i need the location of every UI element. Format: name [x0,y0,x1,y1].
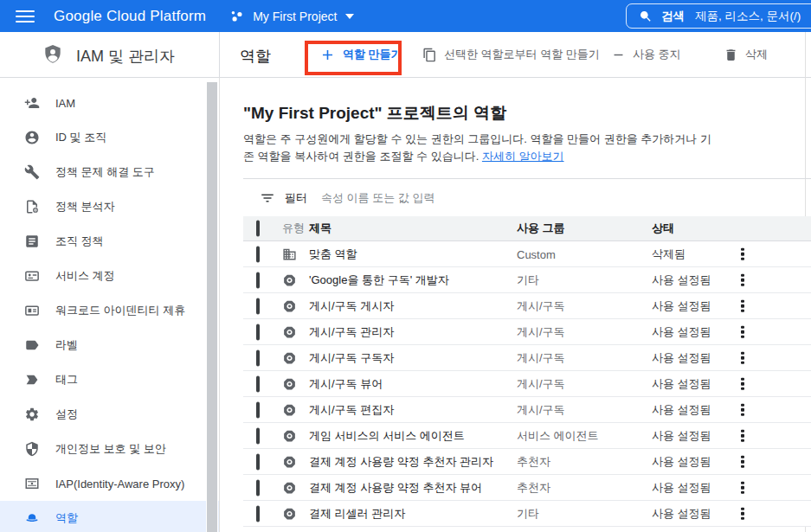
sidebar-item-service-accounts[interactable]: 서비스 계정 [0,259,219,293]
learn-more-link[interactable]: 자세히 알아보기 [482,150,564,163]
sidebar-item-iam[interactable]: IAM [0,86,219,120]
sidebar-item-tags[interactable]: 태그 [0,362,219,397]
col-header-status: 상태 [652,221,674,236]
tag-icon [24,372,40,388]
page-title: 역할 [240,46,271,67]
sidebar-item-org-policies[interactable]: 조직 정책 [0,224,219,259]
sidebar-item-label: 개인정보 보호 및 보안 [55,441,166,457]
row-menu-icon[interactable] [738,245,747,263]
sidebar-item-label: 조직 정책 [55,234,104,249]
wrench-icon [24,164,40,180]
role-status: 삭제됨 [652,247,685,262]
row-menu-icon[interactable] [738,375,747,393]
search-input[interactable]: 검색 제품, 리소스, 문서(/) [626,3,811,29]
copy-icon [422,48,437,62]
role-status: 사용 설정됨 [652,272,711,288]
table-row[interactable]: 게시/구독 편집자게시/구독사용 설정됨 [243,397,811,423]
row-menu-icon[interactable] [738,349,747,367]
sidebar-item-settings[interactable]: 설정 [0,397,219,432]
role-group: 추천자 [517,454,550,470]
row-checkbox[interactable] [256,324,260,340]
filter-icon [260,190,275,206]
row-menu-icon[interactable] [738,452,747,471]
row-checkbox[interactable] [256,272,260,288]
role-title: 게시/구독 게시자 [309,298,394,314]
disable-role-button[interactable]: 사용 중지 [611,32,681,77]
role-title: 'Google을 통한 구독' 개발자 [309,272,449,288]
role-group: 서비스 에이전트 [517,428,599,444]
row-checkbox[interactable] [256,505,260,522]
brand-logo[interactable]: Google Cloud Platform [54,8,206,25]
table-row[interactable]: 게시/구독 관리자게시/구독사용 설정됨 [243,319,811,345]
sidebar-item-policy-troubleshooter[interactable]: 정책 문제 해결 도구 [0,155,219,189]
table-row[interactable]: 결제 계정 사용량 약정 추천자 관리자추천자사용 설정됨 [243,449,811,475]
row-checkbox[interactable] [256,479,260,496]
table-row[interactable]: 게시/구독 게시자게시/구독사용 설정됨 [243,293,811,319]
col-header-title: 제목 [309,221,331,236]
row-menu-icon[interactable] [738,297,747,315]
row-checkbox[interactable] [256,401,260,418]
row-checkbox[interactable] [256,427,260,444]
row-menu-icon[interactable] [738,323,747,341]
row-menu-icon[interactable] [738,504,747,522]
sidebar-item-label: 라벨 [55,337,78,353]
role-title: 게임 서비스의 서비스 에이전트 [309,428,465,444]
sidebar-item-workload-identity[interactable]: 워크로드 아이덴티티 제휴 [0,293,219,328]
select-all-checkbox[interactable] [256,221,260,237]
table-row[interactable]: 결제 계정 사용량 약정 추천자 뷰어추천자사용 설정됨 [243,475,811,501]
sidebar-item-iap[interactable]: IAP(Identity-Aware Proxy) [0,466,219,501]
annotation-highlight-box [305,41,402,75]
doc-gear-icon [24,199,40,215]
sidebar-item-privacy-security[interactable]: 개인정보 보호 및 보안 [0,432,219,466]
table-row[interactable]: 결제 리셀러 관리자기타사용 설정됨 [243,501,811,527]
delete-role-button[interactable]: 삭제 [724,32,768,77]
product-name: IAM 및 관리자 [76,46,175,67]
role-title: 맞춤 역할 [309,247,357,262]
predefined-role-icon [282,298,297,313]
table-row[interactable]: 게임 서비스의 서비스 에이전트서비스 에이전트사용 설정됨 [243,423,811,449]
search-label: 검색 [661,9,685,24]
row-menu-icon[interactable] [738,401,747,419]
row-checkbox[interactable] [256,246,260,262]
project-switcher[interactable]: My First Project [228,8,354,25]
gear-icon [24,407,40,422]
menu-icon[interactable] [16,6,36,27]
table-row[interactable]: 'Google을 통한 구독' 개발자기타사용 설정됨 [243,267,811,293]
role-title: 게시/구독 구독자 [309,350,394,366]
row-menu-icon[interactable] [738,426,747,445]
sidebar-item-id-organization[interactable]: ID 및 조직 [0,120,219,155]
row-checkbox[interactable] [256,453,260,470]
sidebar-item-label: 서비스 계정 [55,268,115,284]
filter-input[interactable]: 필터 속성 이름 또는 값 입력 [243,179,811,216]
role-title: 결제 계정 사용량 약정 추천자 관리자 [309,454,493,470]
predefined-role-icon [282,350,297,365]
row-menu-icon[interactable] [738,271,747,289]
row-checkbox[interactable] [256,349,260,366]
row-checkbox[interactable] [256,298,260,314]
sidebar-item-label: ID 및 조직 [55,130,106,145]
table-row[interactable]: 맞춤 역할Custom삭제됨 [243,241,811,267]
role-group: 게시/구독 [517,298,565,314]
main-content: "My First Project" 프로젝트의 역할 역할은 주 구성원에게 … [243,78,811,532]
sidebar-item-label: IAM [55,97,75,110]
sidebar-item-label: 태그 [55,372,78,388]
sidebar-item-policy-analyzer[interactable]: 정책 분석자 [0,189,219,224]
sidebar-item-label: 설정 [55,407,78,422]
row-menu-icon[interactable] [738,478,747,497]
search-icon [639,10,653,23]
sidebar-item-label: 역할 [55,510,78,526]
col-header-group: 사용 그룹 [517,221,565,236]
sidebar-item-roles[interactable]: 역할 [0,501,219,532]
role-status: 사용 설정됨 [652,506,711,522]
sidebar-scrollbar[interactable] [206,82,218,532]
sidebar-item-label: IAP(Identity-Aware Proxy) [55,478,184,490]
predefined-role-icon [282,402,297,417]
article-icon [24,234,40,249]
row-checkbox[interactable] [256,375,260,392]
table-row[interactable]: 게시/구독 뷰어게시/구독사용 설정됨 [243,371,811,397]
sidebar-item-labels[interactable]: 라벨 [0,328,219,362]
role-status: 사용 설정됨 [652,480,711,496]
create-role-from-selection-button[interactable]: 선택한 역할로부터 역할 만들기 [422,32,600,77]
table-row[interactable]: 게시/구독 구독자게시/구독사용 설정됨 [243,345,811,371]
trash-icon [724,48,738,62]
